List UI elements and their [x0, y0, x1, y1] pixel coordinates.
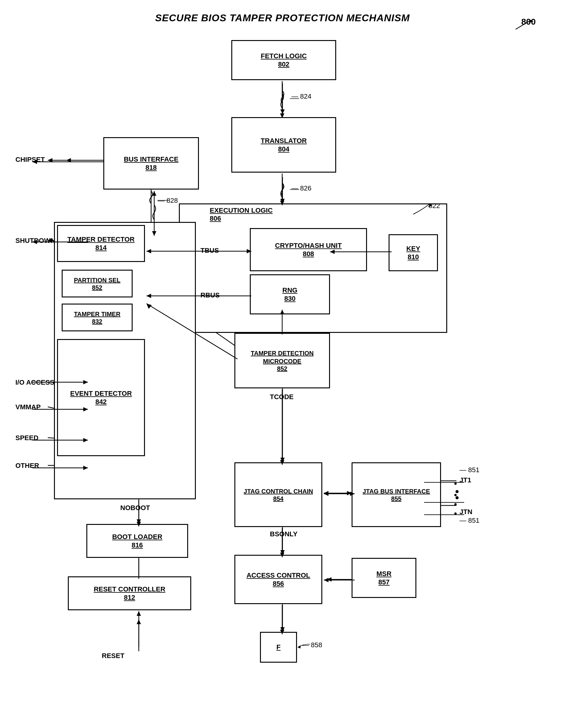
fetch-translator-arrow [274, 80, 293, 120]
svg-marker-97 [280, 630, 285, 634]
access-control-box: ACCESS CONTROL 856 [234, 555, 322, 604]
svg-marker-88 [324, 492, 329, 496]
rbus-arrow [145, 290, 253, 302]
svg-marker-82 [280, 310, 285, 314]
chipset-arrows [31, 156, 105, 168]
bus-squiggle-arrow [146, 190, 162, 239]
svg-marker-66 [32, 160, 37, 164]
bus-interface-box: BUS INTERFACE 818 [103, 137, 199, 190]
f-box: F [260, 632, 297, 663]
svg-marker-76 [152, 191, 156, 196]
reset-arrow [131, 610, 149, 653]
ref-826: — 826 [292, 184, 312, 192]
diagram-container: SECURE BIOS TAMPER PROTECTION MECHANISM … [0, 0, 565, 728]
svg-marker-60 [83, 407, 88, 411]
svg-marker-71 [247, 249, 251, 253]
svg-marker-58 [83, 380, 88, 384]
jtag-signals-lines [423, 475, 466, 524]
svg-point-107 [456, 496, 459, 499]
svg-marker-91 [324, 578, 329, 582]
tamper-timer-box: TAMPER TIMER 832 [62, 304, 133, 331]
ref-824: — 824 [292, 92, 312, 100]
bsonly-arrow [274, 526, 293, 559]
jtag-chain-bus-arrow [322, 488, 356, 500]
svg-marker-95 [280, 553, 285, 557]
svg-marker-80 [280, 201, 285, 205]
svg-marker-93 [280, 460, 285, 465]
other-arrow [31, 462, 92, 474]
svg-marker-64 [83, 466, 88, 470]
key-box: KEY 810 [389, 234, 438, 271]
svg-marker-102 [137, 611, 141, 616]
ref-822-arrow [410, 200, 435, 216]
shutdown-arrow [31, 236, 92, 248]
reset-controller-box: RESET CONTROLLER 812 [68, 576, 191, 610]
svg-marker-73 [146, 294, 151, 298]
tbus-arrows [145, 245, 253, 257]
svg-marker-70 [146, 249, 151, 253]
msr-access-arrow [322, 574, 356, 586]
svg-point-106 [456, 490, 459, 493]
speed-arrow [31, 434, 92, 446]
svg-line-0 [516, 20, 531, 29]
boot-reset-line [131, 557, 149, 580]
vmmap-arrow [31, 403, 92, 415]
svg-marker-62 [83, 438, 88, 442]
noboot-arrow [131, 499, 149, 528]
svg-line-83 [146, 304, 237, 359]
svg-marker-86 [330, 250, 335, 254]
fig-arrow [513, 14, 543, 32]
msr-box: MSR 857 [352, 558, 416, 598]
jtag-control-chain-box: JTAG CONTROL CHAIN 854 [234, 462, 322, 527]
tcode-arrow [274, 388, 293, 466]
partition-sel-box: PARTITION SEL 852 [62, 270, 133, 297]
microcode-tamper-arrow [145, 302, 240, 364]
translator-exec-arrow [274, 172, 293, 207]
fetch-logic-box: FETCH LOGIC 802 [231, 40, 336, 80]
svg-marker-99 [137, 522, 141, 526]
execution-logic-label: EXECUTION LOGIC 806 [210, 207, 272, 223]
io-access-arrow [31, 376, 92, 388]
reset-label: RESET [102, 652, 124, 660]
page-title: SECURE BIOS TAMPER PROTECTION MECHANISM [155, 12, 410, 24]
key-crypto-arrow [329, 246, 393, 258]
access-f-arrow [274, 603, 293, 636]
tamper-detection-microcode-box: TAMPER DETECTION MICROCODE 852 [234, 333, 330, 388]
ref-858-arrow [296, 641, 315, 650]
microcode-rng-arrow [274, 308, 293, 336]
svg-marker-68 [32, 240, 37, 244]
ref-851a: — 851 [460, 466, 480, 474]
svg-marker-89 [350, 492, 355, 496]
translator-box: TRANSLATOR 804 [231, 117, 336, 173]
boot-loader-box: BOOT LOADER 816 [86, 524, 188, 558]
svg-marker-75 [152, 231, 156, 236]
svg-marker-55 [428, 203, 432, 207]
svg-marker-78 [280, 113, 285, 118]
